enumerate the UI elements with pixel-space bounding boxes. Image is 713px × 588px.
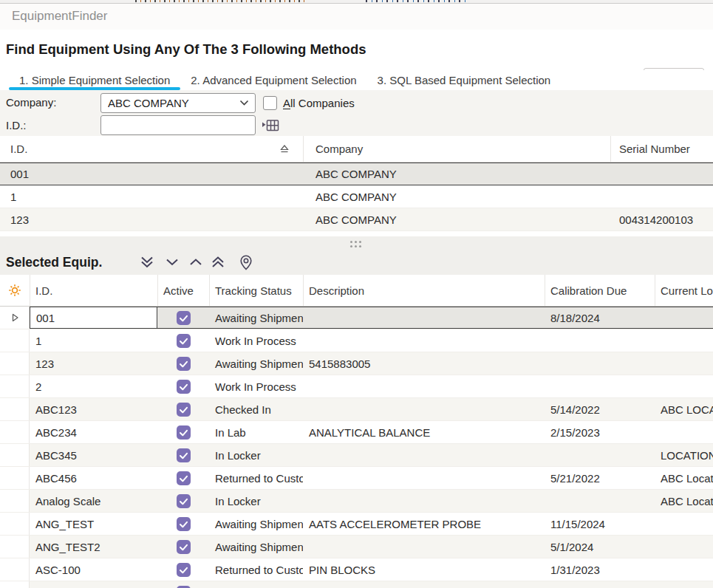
column-header-active[interactable]: Active (157, 275, 209, 306)
cell-tracking-status[interactable]: Returned to Custor (209, 558, 303, 581)
table-row[interactable]: 001Awaiting Shipment8/18/2024 (0, 307, 713, 329)
cell-current-location[interactable] (655, 352, 713, 375)
move-to-bottom-icon[interactable] (137, 253, 157, 272)
cell-current-location[interactable] (655, 421, 713, 443)
cell-tracking-status[interactable] (209, 581, 303, 588)
move-to-top-icon[interactable] (208, 253, 228, 272)
active-checkbox[interactable] (177, 334, 191, 348)
location-pin-icon[interactable] (236, 253, 256, 272)
row-indicator[interactable] (0, 536, 30, 558)
cell-id[interactable]: 1 (0, 191, 303, 203)
row-indicator[interactable] (0, 421, 30, 443)
table-row[interactable]: ANG_TESTAwaiting ShipmentAATS ACCELEROME… (0, 513, 713, 536)
row-indicator[interactable] (0, 467, 30, 489)
table-row[interactable]: 2Work In Process (0, 375, 713, 398)
table-row[interactable]: ANG_TEST2Awaiting Shipment5/1/2024 (0, 536, 713, 558)
cell-active[interactable] (157, 467, 209, 489)
column-header-description[interactable]: Description (303, 275, 545, 306)
active-checkbox[interactable] (177, 311, 191, 325)
column-header-current-location[interactable]: Current Lo (655, 275, 713, 306)
table-row[interactable]: 1Work In Process (0, 329, 713, 352)
company-dropdown[interactable]: ABC COMPANY (100, 93, 256, 113)
table-row[interactable] (0, 581, 713, 588)
column-header-id[interactable]: I.D. (0, 136, 303, 162)
move-down-icon[interactable] (163, 253, 182, 272)
active-checkbox[interactable] (177, 425, 191, 440)
cell-active[interactable] (157, 581, 209, 588)
active-checkbox[interactable] (177, 448, 191, 462)
id-input[interactable] (100, 115, 256, 135)
cell-description[interactable] (303, 581, 545, 588)
cell-calibration-due[interactable] (545, 329, 655, 352)
cell-description[interactable] (303, 329, 545, 352)
cell-id[interactable]: ABC123 (30, 398, 157, 420)
cell-calibration-due[interactable] (545, 444, 655, 466)
cell-calibration-due[interactable] (545, 375, 655, 397)
cell-tracking-status[interactable]: Awaiting Shipment (209, 536, 303, 558)
cell-tracking-status[interactable]: Work In Process (209, 329, 303, 352)
cell-description[interactable]: AATS ACCELEROMETER PROBE (303, 513, 545, 535)
cell-tracking-status[interactable]: In Locker (209, 490, 303, 512)
move-up-icon[interactable] (186, 253, 205, 272)
cell-current-location[interactable]: ABC Locatio (655, 490, 713, 512)
cell-tracking-status[interactable]: Returned to Custor (209, 467, 303, 489)
row-indicator[interactable] (0, 375, 30, 397)
table-row[interactable]: 1ABC COMPANY (0, 185, 713, 208)
cell-current-location[interactable] (655, 307, 713, 329)
cell-active[interactable] (157, 329, 209, 352)
cell-description[interactable]: 5415883005 (303, 352, 545, 375)
cell-active[interactable] (157, 375, 209, 397)
cell-serial-number[interactable]: 004314200103 (610, 213, 713, 226)
cell-tracking-status[interactable]: Awaiting Shipment (209, 352, 303, 375)
active-checkbox[interactable] (177, 540, 191, 554)
cell-active[interactable] (157, 421, 209, 443)
active-checkbox[interactable] (177, 494, 191, 508)
cell-calibration-due[interactable]: 2/15/2023 (545, 421, 655, 443)
table-row[interactable]: 123ABC COMPANY004314200103 (0, 208, 713, 231)
table-row[interactable]: ABC123Checked In5/14/2022ABC LOCAT (0, 398, 713, 421)
cell-active[interactable] (157, 536, 209, 558)
cell-description[interactable] (303, 307, 545, 329)
cell-active[interactable] (157, 490, 209, 512)
column-header-serial-number[interactable]: Serial Number (610, 136, 713, 162)
tab-simple-equipment-selection[interactable]: 1. Simple Equipment Selection (9, 70, 180, 90)
column-header-tracking-status[interactable]: Tracking Status (209, 275, 303, 306)
table-row[interactable]: 001ABC COMPANY (0, 163, 713, 185)
row-indicator[interactable] (0, 307, 30, 329)
cell-calibration-due[interactable]: 5/1/2024 (545, 536, 655, 558)
cell-company[interactable]: ABC COMPANY (303, 168, 610, 180)
cell-active[interactable] (157, 398, 209, 420)
row-indicator[interactable] (0, 558, 30, 581)
cell-current-location[interactable] (655, 513, 713, 535)
cell-id[interactable]: 001 (30, 307, 157, 329)
cell-tracking-status[interactable]: Checked In (209, 398, 303, 420)
cell-active[interactable] (157, 444, 209, 466)
active-checkbox[interactable] (177, 563, 191, 577)
cell-tracking-status[interactable]: Work In Process (209, 375, 303, 397)
cell-active[interactable] (157, 558, 209, 581)
row-indicator[interactable] (0, 490, 30, 512)
cell-description[interactable] (303, 444, 545, 466)
cell-company[interactable]: ABC COMPANY (303, 213, 610, 226)
cell-description[interactable] (303, 536, 545, 558)
column-header-calibration-due[interactable]: Calibration Due (545, 275, 655, 306)
cell-id[interactable]: 123 (0, 213, 303, 226)
cell-id[interactable]: ASC-100 (30, 558, 157, 581)
cell-calibration-due[interactable]: 11/15/2024 (545, 513, 655, 535)
cell-current-location[interactable] (655, 558, 713, 581)
active-checkbox[interactable] (177, 471, 191, 485)
cell-calibration-due[interactable] (545, 581, 655, 588)
cell-id[interactable]: 123 (30, 352, 157, 375)
cell-current-location[interactable] (655, 375, 713, 397)
cell-active[interactable] (157, 352, 209, 375)
cell-calibration-due[interactable] (545, 490, 655, 512)
table-row[interactable]: Analog ScaleIn LockerABC Locatio (0, 490, 713, 513)
cell-id[interactable]: ABC456 (30, 467, 157, 489)
cell-current-location[interactable]: ABC LOCAT (655, 398, 713, 420)
cell-id[interactable]: 2 (30, 375, 157, 397)
cell-id[interactable]: ABC234 (30, 421, 157, 443)
table-row[interactable]: ASC-100Returned to CustorPIN BLOCKS1/31/… (0, 558, 713, 581)
customize-sun-icon[interactable] (0, 275, 30, 306)
cell-id[interactable]: ABC345 (30, 444, 157, 466)
cell-calibration-due[interactable]: 8/18/2024 (545, 307, 655, 329)
